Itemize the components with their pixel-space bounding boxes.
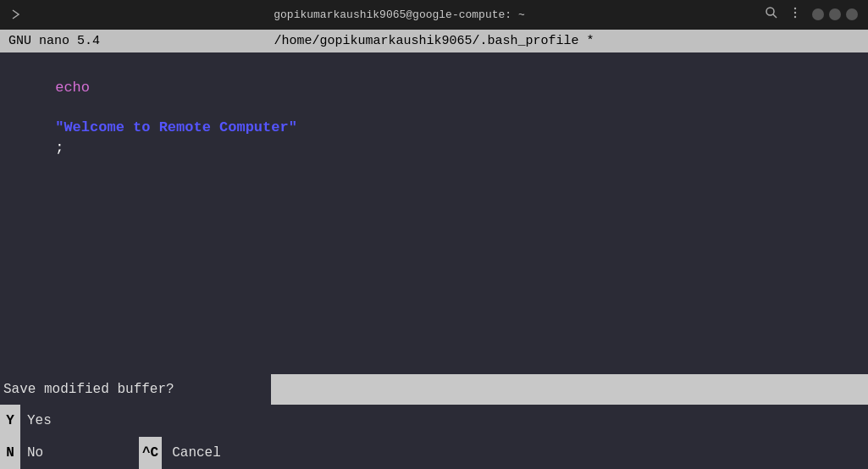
svg-point-0	[766, 8, 774, 15]
menu-icon[interactable]	[788, 6, 802, 23]
save-prompt-input	[271, 374, 868, 405]
svg-point-3	[794, 12, 796, 14]
cancel-key[interactable]: ^C	[139, 437, 162, 469]
search-icon[interactable]	[765, 6, 778, 23]
window-dot-2	[829, 8, 841, 20]
cancel-section[interactable]: ^C Cancel	[139, 437, 221, 469]
no-label[interactable]: No	[20, 445, 139, 461]
title-bar-right	[765, 6, 858, 23]
svg-point-4	[794, 16, 796, 18]
cancel-label[interactable]: Cancel	[165, 445, 221, 461]
svg-point-2	[794, 8, 796, 9]
save-prompt-row: Save modified buffer?	[0, 374, 868, 405]
window-dot-1	[812, 8, 824, 20]
save-prompt-label: Save modified buffer?	[0, 382, 271, 397]
terminal-icon	[10, 6, 27, 23]
yes-label[interactable]: Yes	[20, 413, 139, 428]
save-dialog: Save modified buffer? Y Yes N No ^C Canc…	[0, 374, 868, 469]
echo-keyword: echo	[55, 80, 90, 96]
save-option-no-row[interactable]: N No ^C Cancel	[0, 437, 868, 469]
title-bar-left	[10, 6, 27, 23]
semicolon: ;	[55, 140, 64, 156]
nano-filepath-label: /home/gopikumarkaushik9065/.bash_profile…	[274, 34, 594, 48]
string-literal: "Welcome to Remote Computer"	[55, 119, 297, 135]
title-bar: gopikumarkaushik9065@google-compute: ~	[0, 0, 868, 30]
save-option-yes-row[interactable]: Y Yes	[0, 405, 868, 437]
window-controls	[812, 8, 858, 20]
title-bar-title: gopikumarkaushik9065@google-compute: ~	[274, 8, 524, 21]
svg-line-1	[773, 14, 777, 18]
app-window: gopikumarkaushik9065@google-compute: ~	[0, 0, 868, 469]
yes-key[interactable]: Y	[0, 405, 20, 437]
no-key[interactable]: N	[0, 437, 20, 469]
nano-version-label: GNU nano 5.4	[8, 34, 100, 48]
window-dot-3	[846, 8, 858, 20]
editor-line-1: echo "Welcome to Remote Computer" ;	[0, 56, 868, 180]
editor-area[interactable]: echo "Welcome to Remote Computer" ;	[0, 52, 868, 374]
space-char	[55, 100, 64, 116]
nano-header: GNU nano 5.4 /home/gopikumarkaushik9065/…	[0, 30, 868, 52]
